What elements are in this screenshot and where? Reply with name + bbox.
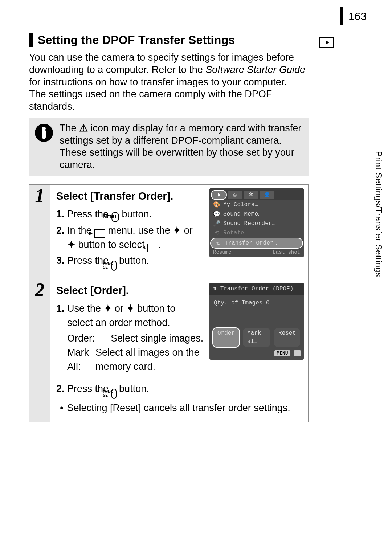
side-tab-label: Print Settings/Transfer Settings — [373, 151, 384, 277]
step-1-sub-1: 1. Press the MENU button. — [56, 207, 204, 222]
warning-icon: ⚠ — [79, 123, 88, 134]
side-tab: Print Settings/Transfer Settings — [369, 138, 388, 290]
intro-italic: Software Starter Guide — [205, 64, 305, 75]
info-icon — [35, 124, 53, 142]
info-callout: The ⚠ icon may display for a memory card… — [29, 118, 309, 176]
markall-label: Mark All: — [67, 345, 95, 374]
menu-item-soundmemo: 💬Sound Memo… — [209, 209, 304, 219]
step-2-text: Select [Order]. 1. Use the ✦ or ✦ button… — [56, 283, 304, 376]
tab-tools-icon: 🛠 — [244, 191, 258, 199]
section-heading-row: Setting the DPOF Transfer Settings — [29, 33, 309, 47]
order-button: Order — [213, 328, 239, 347]
func-set-button-icon: FUNCSET — [111, 389, 117, 399]
t: . — [158, 239, 161, 250]
camera-screen-2: ⇅ Transfer Order (DPOF) Qty. of Images 0… — [209, 283, 304, 360]
info-body: icon may display for a memory card with … — [60, 123, 301, 170]
t: or — [112, 303, 126, 314]
t: button. — [119, 209, 152, 220]
step-1-text: Select [Transfer Order]. 1. Press the ME… — [56, 188, 204, 272]
step-2-title: Select [Order]. — [56, 283, 204, 298]
tab-user-icon: 👤 — [260, 191, 274, 199]
order-method-list: Order: Select single images. Mark All: S… — [67, 331, 204, 374]
step-1-sub-2: 2. In the ▶ menu, use the ✦ or ✦ button … — [56, 224, 204, 252]
sub-num: 2. — [56, 383, 65, 394]
step-2-number: 2 — [29, 279, 50, 422]
menu-item-mycolors: 🎨My Colors… — [209, 200, 304, 209]
step-2-row: 2 Select [Order]. 1. Use the ✦ or ✦ butt… — [29, 279, 308, 422]
markall-desc: Select all images on the memory card. — [95, 345, 204, 374]
screen-2-buttons: Order Mark all Reset — [209, 327, 304, 348]
page-number: 163 — [348, 10, 367, 22]
page-number-area: 163 — [0, 7, 367, 25]
step-2-screenshot: ⇅ Transfer Order (DPOF) Qty. of Images 0… — [209, 283, 304, 376]
page-number-bar — [340, 7, 343, 25]
screen-2-body: Qty. of Images 0 — [209, 295, 304, 327]
mi-label: Rotate — [223, 230, 244, 236]
transfer-icon: ⇅ — [147, 244, 158, 252]
manual-page: 163 Setting the DPOF Transfer Settings Y… — [0, 0, 392, 552]
playback-menu-icon: ▶ — [94, 229, 105, 238]
rotate-icon: ⟲ — [213, 229, 220, 237]
steps-table: 1 Select [Transfer Order]. 1. Press the … — [29, 184, 309, 422]
step-1-title: Select [Transfer Order]. — [56, 188, 204, 204]
palette-icon: 🎨 — [213, 201, 220, 208]
func-set-button-icon: FUNCSET — [111, 261, 117, 271]
play-triangle-icon — [326, 40, 329, 45]
screen-2-title: Transfer Order (DPOF) — [220, 285, 294, 293]
step-2-lower: 2. Press the FUNCSET button. Selecting [… — [56, 382, 304, 415]
menu-item-rotate: ⟲Rotate — [209, 228, 304, 238]
step-2-bullet: Selecting [Reset] cancels all transfer o… — [56, 401, 304, 415]
step-1-row: 1 Select [Transfer Order]. 1. Press the … — [29, 185, 308, 279]
intro-paragraph-2: The settings used on the camera comply w… — [29, 88, 309, 113]
order-row: Order: Select single images. — [67, 331, 204, 345]
t: button to select — [75, 239, 147, 250]
right-arrow-icon: ✦ — [126, 303, 135, 314]
qty-of-images: Qty. of Images 0 — [214, 300, 270, 306]
step-2-body: Select [Order]. 1. Use the ✦ or ✦ button… — [50, 279, 308, 422]
transfer-icon: ⇅ — [213, 285, 217, 293]
reset-button: Reset — [274, 328, 300, 347]
tab-print-icon: ⎙ — [228, 191, 242, 199]
menu-item-transfer-order: ⇅Transfer Order… — [211, 238, 302, 248]
screen-tabs: ⎙ 🛠 👤 — [209, 188, 304, 200]
menu-item-soundrecorder: 🎤Sound Recorder… — [209, 219, 304, 228]
sub-num: 2. — [56, 225, 65, 236]
info-text: The ⚠ icon may display for a memory card… — [60, 122, 303, 171]
markall-button: Mark all — [243, 328, 270, 347]
order-desc: Select single images. — [111, 331, 203, 345]
markall-row: Mark All: Select all images on the memor… — [67, 345, 204, 374]
intro-paragraph-1: You can use the camera to specify settin… — [29, 52, 309, 88]
step-1-body: Select [Transfer Order]. 1. Press the ME… — [50, 185, 308, 279]
section-heading: Setting the DPOF Transfer Settings — [38, 33, 235, 47]
step-1-screenshot: ⎙ 🛠 👤 🎨My Colors… 💬Sound Memo… 🎤Sound Re… — [209, 188, 304, 272]
menu-button-icon: MENU — [111, 212, 119, 222]
playback-mode-icon — [319, 37, 334, 48]
up-arrow-icon: ✦ — [173, 225, 181, 236]
mic-icon: 🎤 — [213, 220, 220, 227]
t: button. — [117, 383, 149, 394]
t: Use the — [65, 303, 104, 314]
sub-num: 1. — [56, 209, 65, 220]
mi-label: Sound Memo… — [223, 211, 262, 217]
menu-back: MENU ↶ — [209, 348, 304, 360]
content-column: Setting the DPOF Transfer Settings You c… — [29, 33, 309, 422]
mi-label: Sound Recorder… — [223, 220, 275, 227]
camera-screen-1: ⎙ 🛠 👤 🎨My Colors… 💬Sound Memo… 🎤Sound Re… — [209, 188, 304, 257]
t: or — [181, 225, 193, 236]
t: button. — [117, 255, 149, 266]
speech-icon: 💬 — [213, 210, 220, 218]
step-1-number: 1 — [29, 185, 50, 279]
back-arrow-icon: ↶ — [294, 350, 301, 356]
mi-label: Transfer Order… — [225, 240, 277, 246]
step-2-sub-2: 2. Press the FUNCSET button. — [56, 382, 304, 399]
mi-label: My Colors… — [223, 201, 258, 208]
footer-resume: Resume — [213, 249, 231, 255]
order-label: Order: — [67, 331, 111, 345]
info-prefix: The — [60, 123, 79, 134]
sub-num: 1. — [56, 303, 65, 314]
screen-footer: Resume Last shot — [209, 249, 304, 257]
step-1-sub-3: 3. Press the FUNCSET button. — [56, 254, 204, 271]
screen-2-header: ⇅ Transfer Order (DPOF) — [209, 283, 304, 295]
menu-label: MENU — [114, 215, 116, 219]
heading-bar — [29, 33, 33, 47]
